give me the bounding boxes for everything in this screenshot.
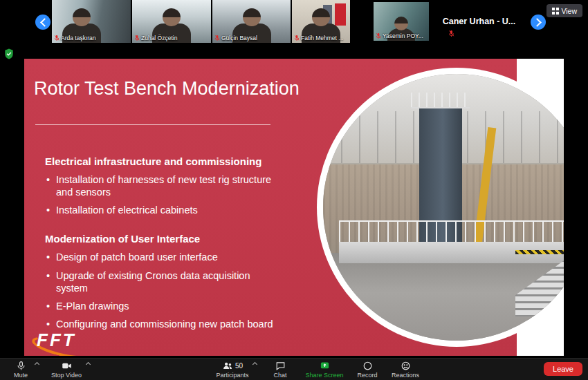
security-shield-icon[interactable] (4, 48, 14, 62)
view-button[interactable]: View (546, 4, 582, 17)
meeting-toolbar: Mute Stop Video 50 Participants Chat (0, 358, 588, 380)
section-heading: Modernization of User Interface (45, 233, 273, 245)
participant-name: Arda taşkıran (61, 35, 96, 41)
bullet-list: Installation of harnesses of new test ri… (45, 173, 273, 216)
chat-icon (275, 360, 286, 371)
participant-tile[interactable]: Fatih Mehmet ... (292, 0, 350, 43)
participants-label: Participants (216, 372, 248, 379)
record-label: Record (357, 372, 377, 379)
participant-tile[interactable]: Arda taşkıran (52, 0, 131, 43)
facility-photo (323, 74, 564, 341)
mute-menu-caret[interactable] (35, 362, 39, 367)
section-heading: Electrical infrastructure and commission… (45, 155, 273, 167)
reactions-label: Reactions (392, 372, 419, 379)
photo-platform-railing (339, 220, 564, 242)
bullet-item: Design of patch board user interface (45, 251, 273, 263)
share-screen-label: Share Screen (305, 372, 343, 379)
camera-icon (61, 360, 73, 371)
photo-tower-railing (411, 93, 470, 108)
participant-name-tag: Arda taşkıran (54, 35, 96, 41)
view-label: View (561, 7, 577, 15)
mute-button[interactable]: Mute (6, 360, 36, 379)
title-divider (35, 124, 270, 125)
flag (335, 3, 346, 26)
bullet-item: Upgrade of existing Cronos data acquisit… (45, 269, 273, 294)
participants-count: 50 (235, 362, 243, 370)
muted-mic-icon (448, 28, 454, 40)
participant-tile[interactable]: Gülçin Baysal (212, 0, 291, 43)
prev-participants-button[interactable] (35, 15, 50, 30)
stop-video-label: Stop Video (51, 372, 82, 379)
view-grid-icon (552, 8, 555, 10)
zoom-meeting-window: Arda taşkıran Zuhal Özçetin Gülçin Baysa… (0, 0, 588, 380)
bullet-item: Installation of electrical cabinets (45, 204, 273, 216)
mute-label: Mute (14, 372, 28, 379)
photo-hazard-stripe (515, 250, 564, 254)
participants-icon (222, 361, 233, 371)
participants-button[interactable]: 50 Participants (211, 360, 254, 379)
fft-logo-text: FFT (37, 330, 113, 351)
video-strip: Arda taşkıran Zuhal Özçetin Gülçin Baysa… (0, 0, 588, 43)
chat-button[interactable]: Chat (265, 360, 295, 379)
participant-name-tag: Fatih Mehmet ... (294, 35, 343, 41)
participant-tile[interactable]: Zuhal Özçetin (132, 0, 211, 43)
record-icon (362, 360, 373, 371)
stop-video-button[interactable]: Stop Video (46, 360, 87, 379)
participant-name: Fatih Mehmet ... (301, 35, 343, 41)
next-participants-button[interactable] (531, 15, 546, 30)
participant-name-tag: Gülçin Baysal (214, 35, 257, 41)
slide-title: Rotor Test Bench Modernization (34, 78, 352, 99)
share-screen-button[interactable]: Share Screen (302, 360, 347, 379)
leave-button[interactable]: Leave (544, 362, 582, 376)
participant-name: Caner Urhan - U... (429, 0, 529, 43)
bullet-item: Configuring and commissioning new patch … (45, 318, 273, 330)
participants-menu-caret[interactable] (252, 362, 257, 367)
bullet-list: Design of patch board user interface Upg… (45, 251, 273, 330)
bullet-item: E-Plan drawings (45, 300, 273, 312)
chat-label: Chat (273, 372, 286, 379)
bullet-item: Installation of harnesses of new test ri… (45, 173, 273, 198)
muted-mic-icon (134, 35, 140, 41)
video-menu-caret[interactable] (86, 362, 91, 367)
fft-logo: FFT (37, 330, 113, 353)
share-screen-icon (319, 360, 331, 371)
participant-name: Gülçin Baysal (221, 35, 257, 41)
record-button[interactable]: Record (351, 360, 384, 379)
presentation-slide: Rotor Test Bench Modernization Electrica… (24, 59, 564, 356)
slide-content: Electrical infrastructure and commission… (45, 155, 273, 347)
participant-tile[interactable]: Yasemin POY... (374, 2, 429, 41)
shared-screen-area: Rotor Test Bench Modernization Electrica… (0, 43, 588, 358)
participant-name: Yasemin POY... (383, 32, 423, 39)
muted-mic-icon (214, 35, 220, 41)
participant-tile[interactable]: Caner Urhan - U... (429, 0, 529, 43)
muted-mic-icon (294, 35, 300, 41)
reactions-button[interactable]: Reactions (387, 360, 424, 379)
participant-name-tag: Yasemin POY... (376, 32, 423, 39)
muted-mic-icon (376, 32, 381, 39)
participant-name-tag: Zuhal Özçetin (134, 35, 177, 41)
mic-icon (16, 360, 26, 371)
participant-name: Zuhal Özçetin (141, 35, 177, 41)
reactions-icon (401, 360, 411, 371)
muted-mic-icon (54, 35, 59, 41)
